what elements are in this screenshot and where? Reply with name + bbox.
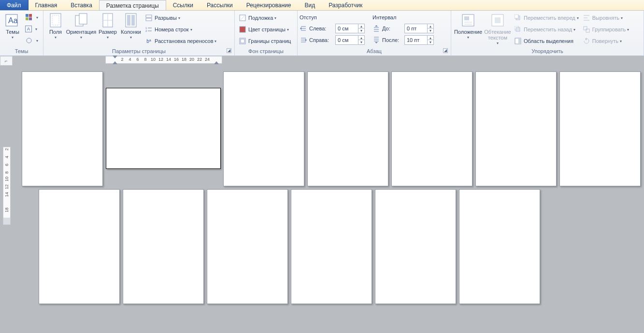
tab-review[interactable]: Рецензирование — [240, 0, 298, 10]
indent-marker-top[interactable] — [113, 56, 117, 58]
tab-page-layout[interactable]: Разметка страницы — [99, 0, 166, 10]
dropdown-icon: ▾ — [12, 35, 14, 40]
align-icon — [583, 14, 590, 22]
ruler-tick: 22 — [197, 57, 202, 62]
indent-right-input[interactable]: 0 см▲▼ — [335, 35, 365, 45]
themes-icon: Aa — [5, 13, 20, 28]
wrap-text-button[interactable]: Обтекание текстом▾ — [483, 12, 512, 46]
position-button[interactable]: Положение▾ — [453, 12, 483, 46]
svg-rect-3 — [29, 14, 32, 17]
watermark-button[interactable]: Подложка▾ — [237, 13, 293, 23]
space-after-input[interactable]: 10 пт▲▼ — [404, 35, 434, 45]
page-borders-icon — [239, 37, 246, 45]
spin-down-icon[interactable]: ▼ — [428, 40, 433, 44]
svg-rect-33 — [516, 28, 520, 31]
indent-left-input[interactable]: 0 см▲▼ — [335, 24, 365, 33]
svg-point-6 — [27, 38, 31, 43]
svg-rect-36 — [584, 27, 587, 30]
rotate-label: Повернуть — [592, 38, 618, 44]
svg-rect-14 — [131, 15, 135, 26]
tab-file[interactable]: Файл — [0, 0, 29, 10]
space-before-input[interactable]: 0 пт▲▼ — [404, 24, 434, 33]
size-button[interactable]: Размер▾ — [97, 12, 119, 46]
document-area[interactable]: ⌐ 2 4 6 8 10 12 14 16 18 20 22 24 2 4 6 … — [0, 56, 644, 333]
group-paragraph-label: Абзац◢ — [300, 47, 449, 56]
page-thumbnail[interactable] — [391, 71, 472, 186]
page-thumbnail[interactable] — [307, 71, 388, 186]
space-after-icon — [372, 36, 380, 44]
ruler-tick: 2 — [121, 57, 123, 62]
group-label: Группировать — [592, 27, 626, 32]
themes-button[interactable]: Aa Темы ▾ — [2, 12, 23, 46]
orientation-button[interactable]: Ориентация▾ — [66, 12, 97, 46]
hyphenation-button[interactable]: bªРасстановка переносов▾ — [143, 36, 218, 46]
send-backward-button[interactable]: Переместить назад▾ — [512, 24, 581, 35]
spin-up-icon[interactable]: ▲ — [428, 24, 433, 28]
effects-icon — [25, 37, 33, 44]
size-icon — [100, 13, 115, 28]
pages-container — [0, 66, 644, 333]
space-before-label: До: — [382, 26, 402, 31]
margins-label: Поля — [49, 29, 62, 35]
page-color-button[interactable]: Цвет страницы▾ — [237, 24, 293, 35]
line-numbers-label: Номера строк — [155, 27, 189, 32]
breaks-button[interactable]: Разрывы▾ — [143, 13, 218, 23]
theme-colors-button[interactable]: ▾ — [23, 12, 40, 23]
columns-button[interactable]: Колонки▾ — [119, 12, 143, 46]
spin-down-icon[interactable]: ▼ — [358, 28, 364, 33]
ruler-tick: 6 — [136, 57, 139, 62]
page-thumbnail[interactable] — [223, 71, 304, 186]
page-thumbnail[interactable] — [22, 71, 103, 186]
spin-up-icon[interactable]: ▲ — [358, 24, 364, 28]
page-color-label: Цвет страницы — [248, 27, 286, 32]
ruler-tick: 16 — [174, 57, 179, 62]
line-numbers-button[interactable]: 12Номера строк▾ — [143, 24, 218, 35]
tab-insert[interactable]: Вставка — [64, 0, 99, 10]
ruler-corner[interactable]: ⌐ — [0, 56, 13, 66]
page-thumbnail[interactable] — [39, 189, 120, 304]
tab-references[interactable]: Ссылки — [166, 0, 200, 10]
spin-down-icon[interactable]: ▼ — [428, 28, 433, 33]
space-before-icon — [372, 25, 380, 32]
fonts-icon: A — [25, 26, 32, 32]
page-setup-launcher[interactable]: ◢ — [227, 48, 231, 53]
paragraph-launcher[interactable]: ◢ — [443, 48, 448, 53]
indent-right-icon — [300, 36, 307, 44]
tab-home[interactable]: Главная — [29, 0, 64, 10]
page-thumbnail[interactable] — [559, 71, 641, 186]
watermark-icon — [239, 14, 246, 22]
tab-mailings[interactable]: Рассылки — [200, 0, 240, 10]
page-thumbnail[interactable] — [123, 189, 204, 304]
tab-view[interactable]: Вид — [298, 0, 322, 10]
breaks-icon — [145, 14, 153, 22]
ruler-tick: 20 — [189, 57, 194, 62]
spin-up-icon[interactable]: ▲ — [358, 36, 364, 40]
spin-up-icon[interactable]: ▲ — [428, 36, 433, 40]
indent-marker-right[interactable] — [214, 61, 219, 64]
page-thumbnail[interactable] — [459, 189, 540, 304]
align-button[interactable]: Выровнять▾ — [581, 13, 631, 23]
horizontal-ruler[interactable]: 2 4 6 8 10 12 14 16 18 20 22 24 — [105, 56, 222, 64]
breaks-label: Разрывы — [155, 15, 177, 21]
spin-down-icon[interactable]: ▼ — [358, 40, 364, 44]
theme-effects-button[interactable]: ▾ — [23, 35, 40, 46]
page-thumbnail[interactable] — [375, 189, 456, 304]
theme-fonts-button[interactable]: A▾ — [23, 24, 40, 34]
margins-button[interactable]: Поля▾ — [45, 12, 66, 46]
page-thumbnail[interactable] — [207, 189, 288, 304]
space-after-label: После: — [382, 37, 402, 43]
selection-pane-button[interactable]: Область выделения — [512, 36, 581, 46]
page-thumbnail-selected[interactable] — [106, 88, 221, 169]
page-thumbnail[interactable] — [475, 71, 557, 186]
position-label: Положение — [454, 29, 482, 35]
spacing-header: Интервал — [372, 13, 434, 22]
page-borders-button[interactable]: Границы страниц — [237, 36, 293, 46]
bring-forward-icon — [514, 14, 522, 22]
indent-marker-bottom[interactable] — [113, 61, 117, 64]
bring-forward-button[interactable]: Переместить вперед▾ — [512, 13, 581, 23]
tab-developer[interactable]: Разработчик — [322, 0, 369, 10]
columns-icon — [123, 13, 139, 28]
group-button[interactable]: Группировать▾ — [581, 24, 631, 35]
rotate-button[interactable]: Повернуть▾ — [581, 36, 631, 46]
page-thumbnail[interactable] — [291, 189, 372, 304]
